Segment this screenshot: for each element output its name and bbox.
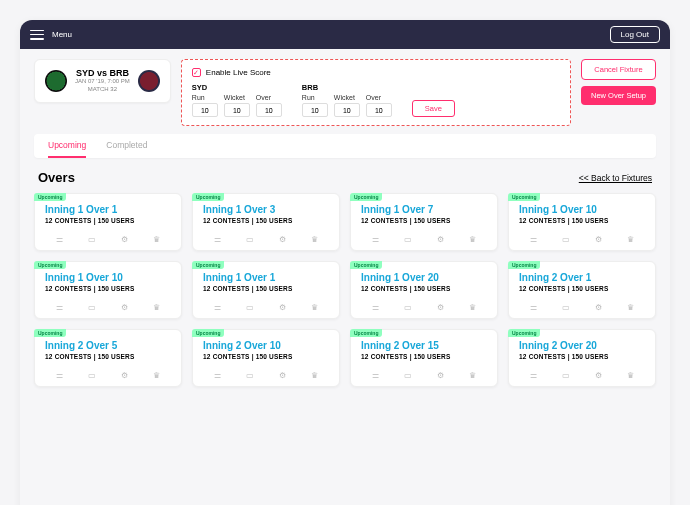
sliders-icon[interactable]: ⚌	[212, 234, 222, 244]
top-bar: Menu Log Out	[20, 20, 670, 49]
device-icon[interactable]: ▭	[403, 370, 413, 380]
brb-over-input[interactable]: 10	[366, 103, 392, 117]
gear-icon[interactable]: ⚙	[593, 234, 603, 244]
cancel-fixture-button[interactable]: Cancel Fixture	[581, 59, 656, 80]
gear-icon[interactable]: ⚙	[435, 370, 445, 380]
card-subtitle: 12 CONTESTS | 150 USERS	[519, 217, 645, 224]
card-subtitle: 12 CONTESTS | 150 USERS	[203, 217, 329, 224]
new-over-setup-button[interactable]: New Over Setup	[581, 86, 656, 105]
back-to-fixtures-link[interactable]: << Back to Fixtures	[579, 173, 652, 183]
gear-icon[interactable]: ⚙	[277, 370, 287, 380]
card-title: Inning 1 Over 10	[45, 272, 171, 283]
sliders-icon[interactable]: ⚌	[370, 302, 380, 312]
trophy-icon[interactable]: ♛	[310, 302, 320, 312]
over-card[interactable]: UpcomingInning 1 Over 1012 CONTESTS | 15…	[508, 193, 656, 251]
sliders-icon[interactable]: ⚌	[212, 370, 222, 380]
device-icon[interactable]: ▭	[561, 234, 571, 244]
sliders-icon[interactable]: ⚌	[528, 370, 538, 380]
trophy-icon[interactable]: ♛	[468, 370, 478, 380]
sliders-icon[interactable]: ⚌	[54, 234, 64, 244]
over-card[interactable]: UpcomingInning 1 Over 112 CONTESTS | 150…	[192, 261, 340, 319]
card-title: Inning 2 Over 10	[203, 340, 329, 351]
device-icon[interactable]: ▭	[561, 302, 571, 312]
card-title: Inning 2 Over 20	[519, 340, 645, 351]
device-icon[interactable]: ▭	[87, 234, 97, 244]
sliders-icon[interactable]: ⚌	[528, 234, 538, 244]
syd-wicket-input[interactable]: 10	[224, 103, 250, 117]
over-card[interactable]: UpcomingInning 1 Over 1012 CONTESTS | 15…	[34, 261, 182, 319]
device-icon[interactable]: ▭	[561, 370, 571, 380]
device-icon[interactable]: ▭	[245, 370, 255, 380]
status-tag: Upcoming	[508, 261, 540, 269]
over-card[interactable]: UpcomingInning 1 Over 2012 CONTESTS | 15…	[350, 261, 498, 319]
syd-over-input[interactable]: 10	[256, 103, 282, 117]
gear-icon[interactable]: ⚙	[119, 302, 129, 312]
device-icon[interactable]: ▭	[87, 370, 97, 380]
trophy-icon[interactable]: ♛	[310, 370, 320, 380]
brb-run-input[interactable]: 10	[302, 103, 328, 117]
save-score-button[interactable]: Save	[412, 100, 455, 117]
sliders-icon[interactable]: ⚌	[212, 302, 222, 312]
over-card[interactable]: UpcomingInning 2 Over 1512 CONTESTS | 15…	[350, 329, 498, 387]
over-card[interactable]: UpcomingInning 1 Over 712 CONTESTS | 150…	[350, 193, 498, 251]
tab-upcoming[interactable]: Upcoming	[48, 140, 86, 158]
over-card[interactable]: UpcomingInning 1 Over 312 CONTESTS | 150…	[192, 193, 340, 251]
trophy-icon[interactable]: ♛	[152, 370, 162, 380]
gear-icon[interactable]: ⚙	[277, 302, 287, 312]
trophy-icon[interactable]: ♛	[468, 234, 478, 244]
team-badge-brb	[138, 70, 160, 92]
card-icons: ⚌▭⚙♛	[519, 298, 645, 312]
over-card[interactable]: UpcomingInning 1 Over 112 CONTESTS | 150…	[34, 193, 182, 251]
gear-icon[interactable]: ⚙	[593, 302, 603, 312]
gear-icon[interactable]: ⚙	[593, 370, 603, 380]
enable-live-score-checkbox[interactable]: ✓	[192, 68, 201, 77]
gear-icon[interactable]: ⚙	[277, 234, 287, 244]
device-icon[interactable]: ▭	[403, 302, 413, 312]
brb-wicket-input[interactable]: 10	[334, 103, 360, 117]
card-title: Inning 1 Over 1	[203, 272, 329, 283]
device-icon[interactable]: ▭	[403, 234, 413, 244]
card-subtitle: 12 CONTESTS | 150 USERS	[45, 217, 171, 224]
sliders-icon[interactable]: ⚌	[54, 370, 64, 380]
over-card[interactable]: UpcomingInning 2 Over 1012 CONTESTS | 15…	[192, 329, 340, 387]
over-card[interactable]: UpcomingInning 2 Over 2012 CONTESTS | 15…	[508, 329, 656, 387]
gear-icon[interactable]: ⚙	[435, 234, 445, 244]
hamburger-icon	[30, 30, 44, 40]
trophy-icon[interactable]: ♛	[626, 370, 636, 380]
card-icons: ⚌▭⚙♛	[203, 230, 329, 244]
over-card[interactable]: UpcomingInning 2 Over 112 CONTESTS | 150…	[508, 261, 656, 319]
trophy-icon[interactable]: ♛	[152, 302, 162, 312]
card-subtitle: 12 CONTESTS | 150 USERS	[203, 285, 329, 292]
over-card[interactable]: UpcomingInning 2 Over 512 CONTESTS | 150…	[34, 329, 182, 387]
syd-run-input[interactable]: 10	[192, 103, 218, 117]
status-tag: Upcoming	[192, 193, 224, 201]
device-icon[interactable]: ▭	[245, 302, 255, 312]
card-icons: ⚌▭⚙♛	[45, 230, 171, 244]
gear-icon[interactable]: ⚙	[119, 234, 129, 244]
live-score-panel: ✓ Enable Live Score SYD Run Wicket Over …	[181, 59, 571, 126]
sliders-icon[interactable]: ⚌	[54, 302, 64, 312]
card-title: Inning 1 Over 10	[519, 204, 645, 215]
status-tag: Upcoming	[34, 193, 66, 201]
trophy-icon[interactable]: ♛	[310, 234, 320, 244]
sliders-icon[interactable]: ⚌	[528, 302, 538, 312]
trophy-icon[interactable]: ♛	[626, 302, 636, 312]
trophy-icon[interactable]: ♛	[152, 234, 162, 244]
device-icon[interactable]: ▭	[245, 234, 255, 244]
status-tag: Upcoming	[34, 329, 66, 337]
card-icons: ⚌▭⚙♛	[203, 366, 329, 380]
logout-button[interactable]: Log Out	[610, 26, 660, 43]
status-tag: Upcoming	[350, 261, 382, 269]
team-badge-syd	[45, 70, 67, 92]
status-tag: Upcoming	[350, 193, 382, 201]
device-icon[interactable]: ▭	[87, 302, 97, 312]
tab-completed[interactable]: Completed	[106, 140, 147, 158]
trophy-icon[interactable]: ♛	[626, 234, 636, 244]
trophy-icon[interactable]: ♛	[468, 302, 478, 312]
card-title: Inning 1 Over 1	[45, 204, 171, 215]
sliders-icon[interactable]: ⚌	[370, 234, 380, 244]
gear-icon[interactable]: ⚙	[119, 370, 129, 380]
menu-button[interactable]: Menu	[30, 30, 72, 40]
gear-icon[interactable]: ⚙	[435, 302, 445, 312]
sliders-icon[interactable]: ⚌	[370, 370, 380, 380]
